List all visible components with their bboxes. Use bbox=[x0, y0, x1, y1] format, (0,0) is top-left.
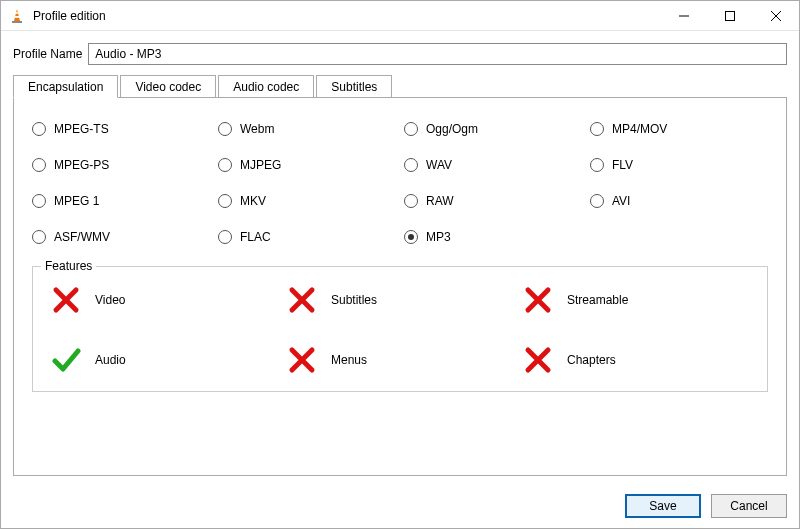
cancel-button[interactable]: Cancel bbox=[711, 494, 787, 518]
svg-rect-1 bbox=[15, 12, 19, 14]
dialog-body: Profile Name EncapsulationVideo codecAud… bbox=[1, 31, 799, 484]
radio-icon bbox=[218, 194, 232, 208]
radio-label: MPEG-TS bbox=[54, 122, 109, 136]
radio-icon bbox=[32, 194, 46, 208]
button-row: Save Cancel bbox=[1, 484, 799, 528]
feature-label: Streamable bbox=[567, 293, 628, 307]
vlc-cone-icon bbox=[9, 8, 25, 24]
cross-icon bbox=[523, 345, 553, 375]
radio-label: Webm bbox=[240, 122, 274, 136]
format-radio-ogg-ogm[interactable]: Ogg/Ogm bbox=[404, 122, 582, 136]
radio-icon bbox=[404, 230, 418, 244]
close-button[interactable] bbox=[753, 1, 799, 30]
radio-icon bbox=[218, 122, 232, 136]
feature-audio: Audio bbox=[51, 345, 277, 375]
features-group: Features VideoSubtitlesStreamableAudioMe… bbox=[32, 266, 768, 392]
svg-marker-0 bbox=[14, 9, 20, 21]
radio-icon bbox=[404, 122, 418, 136]
minimize-button[interactable] bbox=[661, 1, 707, 30]
radio-icon bbox=[590, 158, 604, 172]
radio-icon bbox=[590, 122, 604, 136]
tab-video-codec[interactable]: Video codec bbox=[120, 75, 216, 97]
feature-label: Chapters bbox=[567, 353, 616, 367]
radio-label: MPEG-PS bbox=[54, 158, 109, 172]
check-icon bbox=[51, 345, 81, 375]
radio-icon bbox=[32, 230, 46, 244]
profile-name-row: Profile Name bbox=[13, 43, 787, 65]
format-radio-mkv[interactable]: MKV bbox=[218, 194, 396, 208]
radio-label: ASF/WMV bbox=[54, 230, 110, 244]
format-radio-flac[interactable]: FLAC bbox=[218, 230, 396, 244]
tabbar: EncapsulationVideo codecAudio codecSubti… bbox=[13, 75, 787, 97]
format-radio-avi[interactable]: AVI bbox=[590, 194, 768, 208]
cross-icon bbox=[51, 285, 81, 315]
tab-encapsulation[interactable]: Encapsulation bbox=[13, 75, 118, 98]
cross-icon bbox=[523, 285, 553, 315]
radio-icon bbox=[590, 194, 604, 208]
svg-rect-5 bbox=[726, 11, 735, 20]
format-radio-mjpeg[interactable]: MJPEG bbox=[218, 158, 396, 172]
features-grid: VideoSubtitlesStreamableAudioMenusChapte… bbox=[51, 285, 749, 375]
tab-subtitles[interactable]: Subtitles bbox=[316, 75, 392, 97]
radio-label: MJPEG bbox=[240, 158, 281, 172]
radio-label: AVI bbox=[612, 194, 630, 208]
feature-subtitles: Subtitles bbox=[287, 285, 513, 315]
feature-streamable: Streamable bbox=[523, 285, 749, 315]
features-legend: Features bbox=[41, 259, 96, 273]
format-radio-grid: MPEG-TSWebmOgg/OgmMP4/MOVMPEG-PSMJPEGWAV… bbox=[32, 122, 768, 244]
maximize-button[interactable] bbox=[707, 1, 753, 30]
radio-icon bbox=[218, 158, 232, 172]
radio-label: Ogg/Ogm bbox=[426, 122, 478, 136]
profile-name-label: Profile Name bbox=[13, 47, 82, 61]
radio-icon bbox=[404, 158, 418, 172]
radio-label: MPEG 1 bbox=[54, 194, 99, 208]
feature-menus: Menus bbox=[287, 345, 513, 375]
feature-label: Audio bbox=[95, 353, 126, 367]
radio-icon bbox=[218, 230, 232, 244]
radio-label: MP3 bbox=[426, 230, 451, 244]
cross-icon bbox=[287, 345, 317, 375]
format-radio-mpeg-ts[interactable]: MPEG-TS bbox=[32, 122, 210, 136]
radio-icon bbox=[404, 194, 418, 208]
encapsulation-panel: MPEG-TSWebmOgg/OgmMP4/MOVMPEG-PSMJPEGWAV… bbox=[13, 97, 787, 476]
format-radio-mpeg-1[interactable]: MPEG 1 bbox=[32, 194, 210, 208]
svg-rect-3 bbox=[12, 21, 22, 23]
feature-label: Menus bbox=[331, 353, 367, 367]
radio-label: WAV bbox=[426, 158, 452, 172]
save-button[interactable]: Save bbox=[625, 494, 701, 518]
format-radio-raw[interactable]: RAW bbox=[404, 194, 582, 208]
radio-label: FLAC bbox=[240, 230, 271, 244]
radio-label: MP4/MOV bbox=[612, 122, 667, 136]
radio-label: RAW bbox=[426, 194, 454, 208]
radio-icon bbox=[32, 158, 46, 172]
feature-label: Subtitles bbox=[331, 293, 377, 307]
svg-rect-2 bbox=[14, 16, 20, 18]
format-radio-mpeg-ps[interactable]: MPEG-PS bbox=[32, 158, 210, 172]
format-radio-asf-wmv[interactable]: ASF/WMV bbox=[32, 230, 210, 244]
cross-icon bbox=[287, 285, 317, 315]
titlebar: Profile edition bbox=[1, 1, 799, 31]
feature-video: Video bbox=[51, 285, 277, 315]
format-radio-mp3[interactable]: MP3 bbox=[404, 230, 582, 244]
profile-name-input[interactable] bbox=[88, 43, 787, 65]
profile-edition-window: Profile edition Profile Name Encapsulati… bbox=[0, 0, 800, 529]
format-radio-wav[interactable]: WAV bbox=[404, 158, 582, 172]
format-radio-webm[interactable]: Webm bbox=[218, 122, 396, 136]
feature-chapters: Chapters bbox=[523, 345, 749, 375]
tab-audio-codec[interactable]: Audio codec bbox=[218, 75, 314, 97]
window-title: Profile edition bbox=[33, 9, 661, 23]
radio-label: FLV bbox=[612, 158, 633, 172]
format-radio-mp4-mov[interactable]: MP4/MOV bbox=[590, 122, 768, 136]
feature-label: Video bbox=[95, 293, 125, 307]
format-radio-flv[interactable]: FLV bbox=[590, 158, 768, 172]
radio-icon bbox=[32, 122, 46, 136]
radio-label: MKV bbox=[240, 194, 266, 208]
